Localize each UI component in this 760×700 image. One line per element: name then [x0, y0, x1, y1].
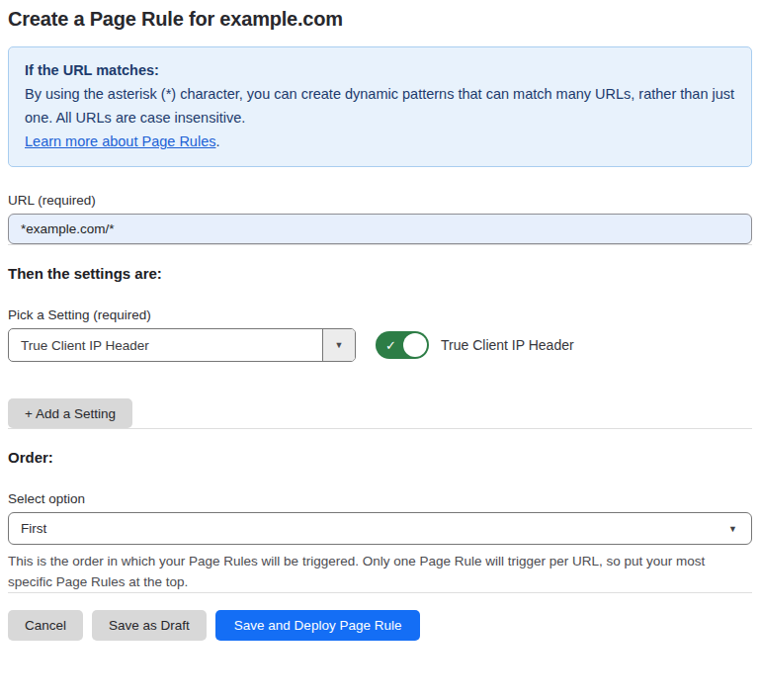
info-box-link-line: Learn more about Page Rules.: [25, 130, 735, 153]
footer-divider: [8, 592, 752, 593]
info-box-body: By using the asterisk (*) character, you…: [25, 82, 735, 130]
order-select-value: First: [21, 521, 46, 536]
settings-section-heading: Then the settings are:: [8, 265, 752, 282]
save-as-draft-button[interactable]: Save as Draft: [92, 610, 207, 641]
toggle-knob: [403, 333, 427, 357]
url-field-label: URL (required): [8, 193, 752, 208]
chevron-down-icon: ▼: [728, 524, 737, 534]
url-match-info-box: If the URL matches: By using the asteris…: [8, 46, 752, 167]
setting-toggle[interactable]: ✓: [376, 331, 429, 359]
setting-picker-label: Pick a Setting (required): [8, 307, 752, 322]
page-title: Create a Page Rule for example.com: [8, 0, 752, 31]
setting-select-value: True Client IP Header: [9, 329, 322, 361]
cancel-button[interactable]: Cancel: [8, 610, 83, 641]
setting-row: True Client IP Header ▼ ✓ True Client IP…: [8, 328, 752, 362]
setting-toggle-label: True Client IP Header: [441, 337, 574, 353]
footer-actions: Cancel Save as Draft Save and Deploy Pag…: [8, 610, 752, 641]
learn-more-link[interactable]: Learn more about Page Rules: [25, 133, 215, 149]
link-suffix: .: [215, 133, 219, 149]
info-box-heading: If the URL matches:: [25, 58, 735, 82]
section-divider: [8, 428, 752, 429]
setting-select[interactable]: True Client IP Header ▼: [8, 328, 356, 362]
section-divider: [8, 244, 752, 245]
order-select-label: Select option: [8, 491, 752, 506]
order-help-text: This is the order in which your Page Rul…: [8, 551, 743, 592]
add-setting-button[interactable]: + Add a Setting: [8, 398, 132, 428]
order-select[interactable]: First ▼: [8, 512, 752, 545]
check-icon: ✓: [385, 338, 396, 353]
url-input[interactable]: [8, 214, 752, 244]
create-page-rule-form: Create a Page Rule for example.com If th…: [0, 0, 760, 700]
chevron-down-icon[interactable]: ▼: [322, 329, 355, 361]
save-and-deploy-button[interactable]: Save and Deploy Page Rule: [215, 610, 421, 641]
order-section-heading: Order:: [8, 449, 752, 466]
